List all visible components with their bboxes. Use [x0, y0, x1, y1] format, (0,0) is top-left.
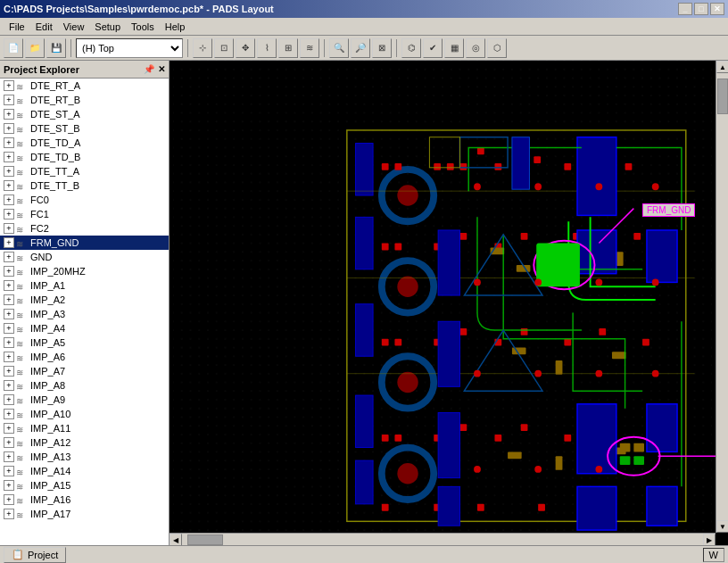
- scroll-left-arrow[interactable]: ◀: [170, 534, 182, 545]
- sidebar-item-imp_20mhz[interactable]: +IMP_20MHZ: [0, 264, 169, 278]
- sidebar-item-imp_a4[interactable]: +IMP_A4: [0, 321, 169, 335]
- minimize-button[interactable]: _: [678, 3, 692, 15]
- component-tool[interactable]: ⊞: [278, 38, 298, 58]
- sidebar-item-fc2[interactable]: +FC2: [0, 221, 169, 236]
- sidebar-item-imp_a5[interactable]: +IMP_A5: [0, 335, 169, 350]
- sidebar-pin-icon[interactable]: 📌: [144, 64, 154, 74]
- expand-icon-imp_a11[interactable]: +: [4, 423, 14, 434]
- expand-icon-dte_tt_b[interactable]: +: [4, 180, 14, 191]
- sidebar-item-gnd[interactable]: +GND: [0, 250, 169, 264]
- sidebar-item-frm_gnd[interactable]: +FRM_GND: [0, 236, 169, 250]
- sidebar-item-imp_a3[interactable]: +IMP_A3: [0, 307, 169, 321]
- layer-select[interactable]: (H) Top Bottom Inner Layer 1: [76, 38, 183, 58]
- new-button[interactable]: 📄: [4, 38, 23, 58]
- design-rule-tool[interactable]: ✔: [423, 38, 443, 58]
- select-tool[interactable]: ⊹: [193, 38, 212, 58]
- menu-file[interactable]: File: [4, 20, 30, 34]
- sidebar-item-dte_tt_a[interactable]: +DTE_TT_A: [0, 164, 169, 178]
- open-button[interactable]: 📁: [25, 38, 45, 58]
- pan-tool[interactable]: ✥: [236, 38, 255, 58]
- expand-icon-imp_a6[interactable]: +: [4, 352, 14, 362]
- expand-icon-imp_a14[interactable]: +: [4, 466, 14, 476]
- menu-help[interactable]: Help: [160, 20, 191, 34]
- canvas-scrollbar-vertical[interactable]: ▲ ▼: [716, 61, 728, 533]
- sidebar-item-dte_rt_b[interactable]: +DTE_RT_B: [0, 93, 169, 107]
- sidebar-item-dte_td_b[interactable]: +DTE_TD_B: [0, 150, 169, 164]
- sidebar-item-dte_rt_a[interactable]: +DTE_RT_A: [0, 79, 169, 93]
- sidebar-item-imp_a13[interactable]: +IMP_A13: [0, 450, 169, 464]
- sidebar-item-imp_a17[interactable]: +IMP_A17: [0, 507, 169, 521]
- expand-icon-dte_st_a[interactable]: +: [4, 109, 14, 120]
- menu-view[interactable]: View: [58, 20, 90, 34]
- expand-icon-dte_tt_a[interactable]: +: [4, 166, 14, 177]
- expand-icon-frm_gnd[interactable]: +: [4, 237, 14, 248]
- scroll-thumb-vertical[interactable]: [717, 79, 728, 114]
- scroll-down-arrow[interactable]: ▼: [716, 520, 728, 533]
- expand-icon-imp_a8[interactable]: +: [4, 380, 14, 391]
- expand-icon-imp_a17[interactable]: +: [4, 509, 14, 519]
- expand-icon-imp_a12[interactable]: +: [4, 437, 14, 448]
- zoom-in-tool[interactable]: 🔍: [329, 38, 349, 58]
- route-tool[interactable]: ⌇: [257, 38, 277, 58]
- sidebar-item-imp_a2[interactable]: +IMP_A2: [0, 293, 169, 307]
- flood-fill-tool[interactable]: ▦: [444, 38, 464, 58]
- sidebar-item-dte_td_a[interactable]: +DTE_TD_A: [0, 136, 169, 150]
- expand-icon-imp_a15[interactable]: +: [4, 480, 14, 491]
- expand-icon-imp_a9[interactable]: +: [4, 394, 14, 405]
- scroll-thumb-horizontal[interactable]: [187, 534, 223, 545]
- zoom-full-tool[interactable]: ⊠: [372, 38, 392, 58]
- expand-icon-fc1[interactable]: +: [4, 209, 14, 219]
- expand-icon-fc0[interactable]: +: [4, 195, 14, 205]
- menu-setup[interactable]: Setup: [89, 20, 126, 34]
- expand-icon-imp_a4[interactable]: +: [4, 323, 14, 334]
- sidebar-item-imp_a1[interactable]: +IMP_A1: [0, 278, 169, 293]
- menu-tools[interactable]: Tools: [126, 20, 160, 34]
- expand-icon-imp_a16[interactable]: +: [4, 494, 14, 505]
- pcb-canvas[interactable]: FRM_GND GND: [170, 61, 716, 533]
- sidebar-content[interactable]: +DTE_RT_A+DTE_RT_B+DTE_ST_A+DTE_ST_B+DTE…: [0, 79, 169, 545]
- menu-edit[interactable]: Edit: [30, 20, 58, 34]
- expand-icon-imp_a2[interactable]: +: [4, 294, 14, 305]
- expand-icon-dte_rt_a[interactable]: +: [4, 80, 14, 91]
- sidebar-item-imp_a12[interactable]: +IMP_A12: [0, 435, 169, 450]
- expand-icon-imp_a7[interactable]: +: [4, 366, 14, 377]
- expand-icon-imp_a3[interactable]: +: [4, 309, 14, 319]
- expand-icon-imp_20mhz[interactable]: +: [4, 266, 14, 277]
- sidebar-item-imp_a11[interactable]: +IMP_A11: [0, 421, 169, 435]
- expand-icon-fc2[interactable]: +: [4, 223, 14, 234]
- expand-icon-dte_rt_b[interactable]: +: [4, 95, 14, 105]
- sidebar-item-dte_st_a[interactable]: +DTE_ST_A: [0, 107, 169, 121]
- sidebar-close-icon[interactable]: ✕: [158, 64, 165, 74]
- canvas-scrollbar-horizontal[interactable]: ◀ ▶: [170, 533, 716, 545]
- net-tool[interactable]: ≋: [300, 38, 319, 58]
- sidebar-item-imp_a10[interactable]: +IMP_A10: [0, 407, 169, 421]
- expand-icon-dte_td_b[interactable]: +: [4, 152, 14, 162]
- sidebar-item-imp_a14[interactable]: +IMP_A14: [0, 464, 169, 478]
- expand-icon-dte_td_a[interactable]: +: [4, 137, 14, 148]
- sidebar-item-fc0[interactable]: +FC0: [0, 193, 169, 207]
- 3d-tool[interactable]: ⬡: [487, 38, 507, 58]
- via-tool[interactable]: ◎: [466, 38, 485, 58]
- zoom-tool[interactable]: ⊡: [214, 38, 234, 58]
- close-button[interactable]: ✕: [710, 3, 724, 15]
- sidebar-item-imp_a7[interactable]: +IMP_A7: [0, 364, 169, 378]
- sidebar-item-imp_a8[interactable]: +IMP_A8: [0, 378, 169, 393]
- canvas-area[interactable]: FRM_GND GND ▲ ▼ ◀ ▶: [170, 61, 728, 545]
- sidebar-item-fc1[interactable]: +FC1: [0, 207, 169, 221]
- scroll-up-arrow[interactable]: ▲: [716, 61, 728, 73]
- zoom-out-tool[interactable]: 🔎: [351, 38, 370, 58]
- project-tab[interactable]: 📋 Project: [4, 547, 66, 563]
- expand-icon-imp_a1[interactable]: +: [4, 280, 14, 291]
- sidebar-item-imp_a16[interactable]: +IMP_A16: [0, 493, 169, 507]
- expand-icon-dte_st_b[interactable]: +: [4, 123, 14, 134]
- expand-icon-imp_a5[interactable]: +: [4, 337, 14, 348]
- sidebar-item-dte_tt_b[interactable]: +DTE_TT_B: [0, 178, 169, 193]
- sidebar-item-imp_a15[interactable]: +IMP_A15: [0, 478, 169, 493]
- scroll-right-arrow[interactable]: ▶: [703, 534, 716, 545]
- sidebar-item-imp_a9[interactable]: +IMP_A9: [0, 393, 169, 407]
- sidebar-item-imp_a6[interactable]: +IMP_A6: [0, 350, 169, 364]
- ratsnest-tool[interactable]: ⌬: [401, 38, 421, 58]
- maximize-button[interactable]: □: [694, 3, 708, 15]
- sidebar-item-dte_st_b[interactable]: +DTE_ST_B: [0, 121, 169, 136]
- expand-icon-imp_a10[interactable]: +: [4, 409, 14, 419]
